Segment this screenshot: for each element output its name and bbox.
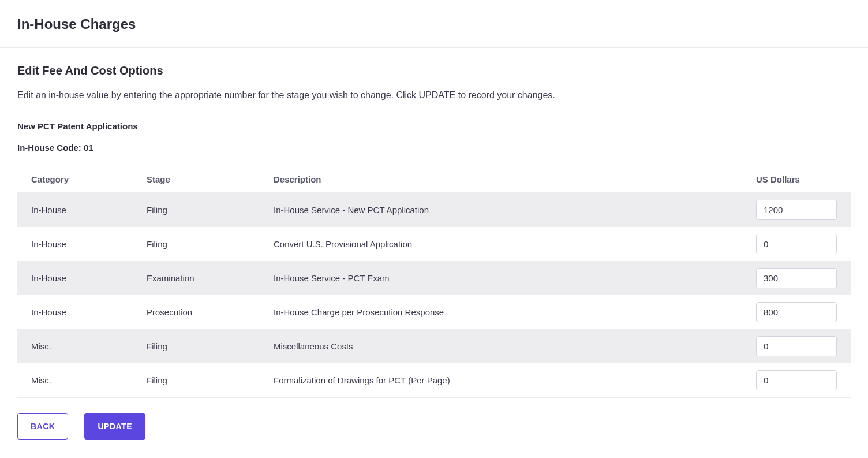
amount-input[interactable] bbox=[756, 336, 837, 356]
column-header-amount: US Dollars bbox=[742, 166, 851, 193]
application-type-label: New PCT Patent Applications bbox=[17, 121, 851, 131]
table-row: In-House Filing Convert U.S. Provisional… bbox=[17, 227, 851, 261]
cell-amount bbox=[742, 261, 851, 295]
in-house-code-label: In-House Code: 01 bbox=[17, 143, 851, 152]
cell-stage: Filing bbox=[133, 227, 260, 261]
cell-category: In-House bbox=[17, 227, 133, 261]
cell-description: Formalization of Drawings for PCT (Per P… bbox=[260, 363, 742, 398]
table-row: In-House Prosecution In-House Charge per… bbox=[17, 295, 851, 329]
table-row: In-House Filing In-House Service - New P… bbox=[17, 193, 851, 228]
page-title: In-House Charges bbox=[0, 0, 868, 48]
cell-amount bbox=[742, 329, 851, 363]
cell-stage: Filing bbox=[133, 193, 260, 228]
column-header-description: Description bbox=[260, 166, 742, 193]
cell-category: Misc. bbox=[17, 363, 133, 398]
content-area: Edit Fee And Cost Options Edit an in-hou… bbox=[0, 48, 868, 456]
cell-amount bbox=[742, 295, 851, 329]
cell-amount bbox=[742, 363, 851, 398]
amount-input[interactable] bbox=[756, 234, 837, 254]
cell-stage: Filing bbox=[133, 329, 260, 363]
cell-description: In-House Service - PCT Exam bbox=[260, 261, 742, 295]
cell-category: In-House bbox=[17, 261, 133, 295]
back-button[interactable]: BACK bbox=[17, 413, 68, 440]
table-row: Misc. Filing Miscellaneous Costs bbox=[17, 329, 851, 363]
update-button[interactable]: UPDATE bbox=[84, 413, 145, 440]
table-row: In-House Examination In-House Service - … bbox=[17, 261, 851, 295]
cell-description: In-House Charge per Prosecution Response bbox=[260, 295, 742, 329]
table-header-row: Category Stage Description US Dollars bbox=[17, 166, 851, 193]
cell-amount bbox=[742, 193, 851, 228]
amount-input[interactable] bbox=[756, 200, 837, 220]
cell-description: In-House Service - New PCT Application bbox=[260, 193, 742, 228]
table-row: Misc. Filing Formalization of Drawings f… bbox=[17, 363, 851, 398]
cell-category: In-House bbox=[17, 193, 133, 228]
cell-category: Misc. bbox=[17, 329, 133, 363]
cell-description: Convert U.S. Provisional Application bbox=[260, 227, 742, 261]
charges-table: Category Stage Description US Dollars In… bbox=[17, 166, 851, 398]
amount-input[interactable] bbox=[756, 302, 837, 322]
cell-description: Miscellaneous Costs bbox=[260, 329, 742, 363]
column-header-category: Category bbox=[17, 166, 133, 193]
cell-stage: Filing bbox=[133, 363, 260, 398]
cell-stage: Examination bbox=[133, 261, 260, 295]
section-title: Edit Fee And Cost Options bbox=[17, 64, 851, 77]
cell-category: In-House bbox=[17, 295, 133, 329]
instructions-text: Edit an in-house value by entering the a… bbox=[17, 90, 851, 100]
column-header-stage: Stage bbox=[133, 166, 260, 193]
amount-input[interactable] bbox=[756, 268, 837, 288]
cell-stage: Prosecution bbox=[133, 295, 260, 329]
button-row: BACK UPDATE bbox=[17, 413, 851, 440]
amount-input[interactable] bbox=[756, 370, 837, 390]
cell-amount bbox=[742, 227, 851, 261]
